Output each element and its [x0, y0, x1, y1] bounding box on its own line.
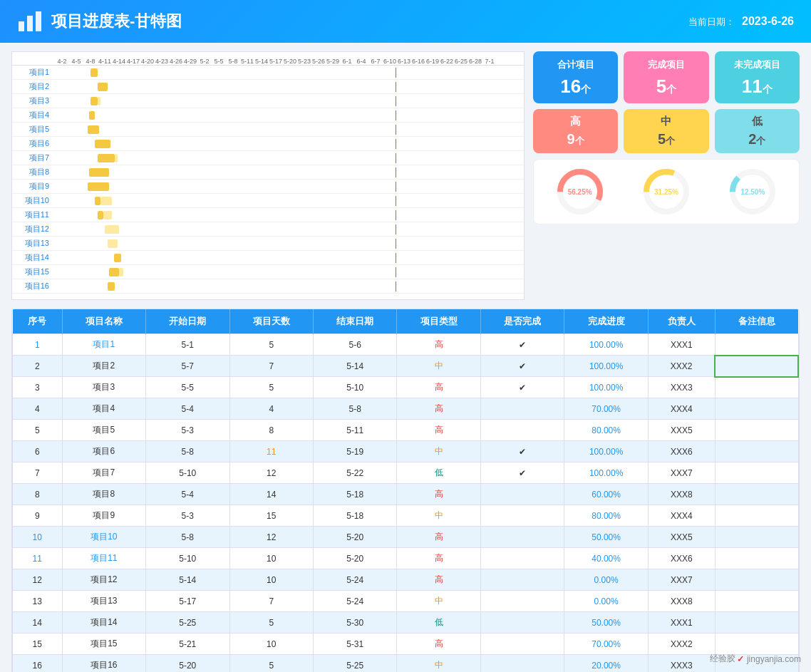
table-cell: 5-6	[313, 334, 396, 356]
gantt-row: 项目12	[12, 222, 524, 237]
table-cell: ✔	[480, 441, 564, 462]
table-cell: 高	[397, 334, 480, 356]
gantt-date-label: 5-8	[226, 58, 240, 65]
table-cell: 5-30	[313, 612, 396, 634]
table-cell	[480, 612, 564, 634]
table-header: 序号项目名称开始日期项目天数结束日期项目类型是否完成完成进度负责人备注信息	[13, 309, 799, 334]
table-cell: ✔	[480, 356, 564, 377]
gantt-today-line	[396, 96, 396, 106]
table-cell[interactable]	[715, 398, 798, 420]
gantt-today-line	[396, 281, 396, 291]
gantt-date-label: 6-7	[368, 58, 383, 65]
gantt-row-label: 项目16	[12, 281, 53, 291]
table-cell: 5-10	[313, 377, 396, 398]
table-cell: XXX6	[648, 548, 715, 569]
gantt-bar-area	[53, 224, 524, 234]
gantt-bar-remain	[119, 268, 123, 276]
table-cell: 20.00%	[564, 655, 648, 673]
gantt-today-line	[396, 82, 396, 92]
table-cell: 5	[229, 334, 313, 356]
table-cell[interactable]	[715, 612, 798, 634]
table-cell: 项目2	[62, 356, 145, 377]
table-cell: 5-17	[146, 591, 229, 612]
table-row: 3项目35-555-10高✔100.00%XXX3	[13, 377, 799, 398]
gantt-bar-area	[53, 267, 524, 277]
table-row: 13项目135-1775-24中0.00%XXX8	[13, 591, 799, 612]
table-row: 14项目145-2555-30低50.00%XXX1	[13, 612, 799, 634]
table-cell: 50.00%	[564, 527, 648, 548]
gantt-bar-area	[53, 125, 524, 135]
table-cell: XXX6	[648, 441, 715, 462]
table-cell: 5-19	[313, 441, 396, 462]
table-cell[interactable]	[715, 441, 798, 462]
table-cell: 5-24	[313, 591, 396, 612]
project-table-container: 序号项目名称开始日期项目天数结束日期项目类型是否完成完成进度负责人备注信息 1项…	[11, 309, 800, 672]
header-left: 项目进度表-甘特图	[17, 9, 182, 34]
gantt-bar-area	[53, 253, 524, 263]
gantt-date-label: 6-1	[340, 58, 354, 65]
table-cell: 5-11	[313, 420, 396, 441]
table-row: 7项目75-10125-22低✔100.00%XXX7	[13, 462, 799, 484]
gantt-date-label: 4-8	[83, 58, 98, 65]
table-cell[interactable]	[715, 356, 798, 377]
table-cell: 高	[397, 420, 480, 441]
table-cell: 5-18	[313, 505, 396, 527]
table-cell[interactable]	[715, 548, 798, 569]
table-cell[interactable]	[715, 377, 798, 398]
table-cell: 项目10	[62, 527, 145, 548]
table-cell: 5-8	[313, 398, 396, 420]
priority-row: 高 9个 中 5个 低 2个	[533, 109, 800, 153]
table-cell: 12	[229, 527, 313, 548]
gantt-row: 项目10	[12, 194, 524, 208]
gantt-today-line	[396, 239, 396, 249]
gantt-row: 项目6	[12, 137, 524, 151]
table-cell[interactable]	[715, 527, 798, 548]
table-header-cell: 结束日期	[313, 309, 396, 334]
gantt-bar-done	[89, 111, 95, 120]
gantt-bar-area	[53, 139, 524, 149]
stats-area: 合计项目 16个 完成项目 5个 未完成项目 11个	[533, 51, 800, 300]
table-cell: 中	[397, 655, 480, 673]
table-cell: 5	[13, 420, 63, 441]
table-cell: 项目7	[62, 462, 145, 484]
gantt-date-label: 4-26	[169, 58, 183, 65]
gantt-date-label: 4-2	[55, 58, 69, 65]
table-cell[interactable]	[715, 420, 798, 441]
app-header: 项目进度表-甘特图 当前日期： 2023-6-26	[0, 0, 811, 43]
table-cell[interactable]	[715, 634, 798, 655]
table-cell[interactable]	[715, 462, 798, 484]
table-cell[interactable]	[715, 505, 798, 527]
gantt-row-label: 项目14	[12, 252, 53, 263]
table-cell: 10	[229, 634, 313, 655]
table-cell: 50.00%	[564, 612, 648, 634]
table-cell: XXX2	[648, 356, 715, 377]
table-cell: ✔	[480, 377, 564, 398]
gantt-today-line	[396, 153, 396, 163]
gantt-bar-area	[53, 153, 524, 163]
table-header-cell: 开始日期	[146, 309, 229, 334]
header-date: 当前日期： 2023-6-26	[688, 15, 794, 29]
table-cell: XXX3	[648, 655, 715, 673]
gantt-bar-done	[89, 168, 109, 177]
gantt-date-label: 4-23	[155, 58, 169, 65]
low-priority-card: 低 2个	[715, 109, 800, 153]
table-cell[interactable]	[715, 484, 798, 505]
table-cell: XXX5	[648, 527, 715, 548]
table-cell: 项目4	[62, 398, 145, 420]
gantt-date-label: 6-4	[354, 58, 368, 65]
gantt-bar-area	[53, 182, 524, 192]
gantt-bar-done	[91, 68, 98, 77]
table-cell: 100.00%	[564, 462, 648, 484]
gantt-date-label: 5-23	[297, 58, 311, 65]
table-row: 4项目45-445-8高70.00%XXX4	[13, 398, 799, 420]
table-row: 16项目165-2055-25中20.00%XXX3	[13, 655, 799, 673]
main-content: 4-24-54-84-114-144-174-204-234-264-295-2…	[0, 43, 811, 672]
gantt-bar-done	[98, 211, 103, 219]
table-cell[interactable]	[715, 569, 798, 591]
table-cell[interactable]	[715, 591, 798, 612]
gantt-row-label: 项目9	[12, 181, 53, 192]
table-cell[interactable]	[715, 334, 798, 356]
table-body: 1项目15-155-6高✔100.00%XXX12项目25-775-14中✔10…	[13, 334, 799, 673]
gantt-today-line	[396, 196, 396, 206]
gantt-date-label: 4-29	[183, 58, 197, 65]
